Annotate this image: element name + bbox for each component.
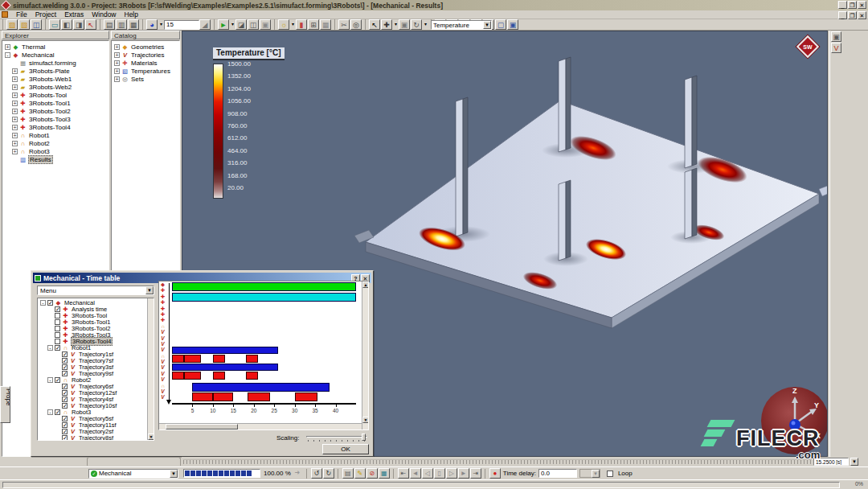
checkbox[interactable]: ✓ <box>62 403 68 409</box>
gantt-bar-robot3-trajectories[interactable] <box>213 392 233 401</box>
skip-start-icon[interactable]: ⇤ <box>398 468 409 479</box>
expand-icon[interactable]: + <box>12 117 18 122</box>
gantt-bar-analysis-time[interactable] <box>172 293 356 302</box>
tree-item-thermal[interactable]: +◆Thermal <box>2 43 108 51</box>
hscroll-thumb[interactable] <box>166 424 238 429</box>
mdi-minimize-button[interactable]: _ <box>838 11 847 19</box>
expand-icon[interactable]: + <box>12 101 18 106</box>
window-layout-icon[interactable]: ◧ <box>61 19 72 30</box>
properties-tab[interactable]: Prope <box>0 386 10 423</box>
checkbox[interactable]: ✓ <box>62 422 68 428</box>
expand-icon[interactable]: + <box>12 149 18 154</box>
menu-window[interactable]: Window <box>88 10 120 18</box>
step-back-icon[interactable]: ◁ <box>422 468 433 479</box>
gantt-bar-robot2-trajectories[interactable] <box>172 372 184 380</box>
checkbox[interactable] <box>55 319 60 325</box>
checkbox[interactable]: ✓ <box>55 377 60 383</box>
collapse-icon[interactable]: - <box>5 52 10 58</box>
gantt-bar-robot2[interactable] <box>172 364 278 371</box>
tree-item-robot2[interactable]: +∩Robot2 <box>2 139 108 147</box>
tree-item-trajectory10sf[interactable]: ✓VTrajectory10sf <box>38 402 154 409</box>
tree-item-3robots-tool3[interactable]: +✚3Robots-Tool3 <box>2 115 108 123</box>
orbit-icon[interactable]: ↻ <box>411 19 422 30</box>
slider-thumb[interactable] <box>362 434 366 441</box>
gantt-bar-robot1-trajectories[interactable] <box>184 355 200 363</box>
chevron-down-icon[interactable]: ▼ <box>170 470 178 478</box>
checkbox[interactable]: ✓ <box>62 397 68 402</box>
reset-ccw-icon[interactable]: ↺ <box>311 468 322 479</box>
expand-icon[interactable]: + <box>114 68 120 74</box>
expand-icon[interactable]: + <box>12 68 18 74</box>
skip-end-icon[interactable]: ⇥ <box>470 468 481 479</box>
close-button[interactable]: ✕ <box>858 1 866 9</box>
step-back-fast-icon[interactable]: ◄ <box>410 468 421 479</box>
tree-item-3robots-web2[interactable]: +▰3Robots-Web2 <box>2 83 108 91</box>
mdi-restore-button[interactable]: ❐ <box>848 11 857 19</box>
collapse-icon[interactable]: - <box>47 409 53 415</box>
play-results-icon[interactable]: ► <box>218 19 229 30</box>
reset-cw-icon[interactable]: ↻ <box>323 468 334 479</box>
menu-file[interactable]: File <box>12 10 31 18</box>
tree-item-3robots-tool1[interactable]: +✚3Robots-Tool1 <box>2 99 108 107</box>
edit-result-icon[interactable]: ✎ <box>354 468 366 479</box>
tree-item-robot1[interactable]: +∩Robot1 <box>2 131 108 139</box>
frame-input[interactable] <box>164 20 199 30</box>
layers-1-icon[interactable]: ◪ <box>235 19 247 30</box>
gantt-pane[interactable]: ◆✚✚✚✚✚✚∩VVVV∩VVVV∩VV ▲ ▼ 510152025303540 <box>158 281 369 430</box>
tree-item-simufact-forming[interactable]: ▦simufact.forming <box>2 59 108 67</box>
restore-button[interactable]: ❐ <box>848 1 857 9</box>
gantt-bar-robot2-trajectories[interactable] <box>213 372 225 380</box>
tree-item-3robots-tool4[interactable]: +✚3Robots-Tool4 <box>2 123 108 131</box>
tree-item-trajectories[interactable]: +VTrajectories <box>112 51 179 59</box>
tree-item-sets[interactable]: +◎Sets <box>112 75 179 83</box>
print-icon[interactable]: ▤ <box>104 19 115 30</box>
copy-view-icon[interactable]: ▥ <box>116 19 127 30</box>
result-type-select[interactable]: Temperature ▼ <box>431 20 492 30</box>
time-delay-input[interactable] <box>538 469 577 478</box>
tree-item-geometries[interactable]: +◆Geometries <box>112 43 179 51</box>
light-drop-icon[interactable]: ▾ <box>290 19 296 30</box>
tree-item-3robots-tool[interactable]: +✚3Robots-Tool <box>2 91 108 99</box>
gantt-bar-robot2-trajectories[interactable] <box>184 372 200 380</box>
checkbox[interactable]: ✓ <box>55 306 60 312</box>
new-project-icon[interactable]: ▨ <box>6 19 18 30</box>
checkbox[interactable] <box>55 332 60 338</box>
catalog-header[interactable]: Catalog <box>111 31 180 39</box>
table-view-icon[interactable]: ⊞ <box>308 19 319 30</box>
time-step-icon[interactable]: ◕ <box>146 19 158 30</box>
checkbox[interactable]: ✓ <box>62 416 68 421</box>
cut-icon[interactable]: ✂ <box>338 19 350 30</box>
expand-icon[interactable]: + <box>5 44 10 50</box>
checkbox[interactable] <box>55 313 60 318</box>
process-mode-select[interactable]: ✓ Mechanical ▼ <box>88 469 178 479</box>
tree-item-mechanical[interactable]: -◆Mechanical <box>2 51 108 59</box>
apply-arrow-icon[interactable]: ➜ <box>292 468 303 479</box>
pan-drop-icon[interactable]: ▾ <box>393 19 399 30</box>
expand-icon[interactable]: + <box>114 52 120 58</box>
checkbox[interactable]: ✓ <box>55 409 60 415</box>
zoom-icon[interactable]: ◎ <box>350 19 362 30</box>
time-drop-icon[interactable]: ▼ <box>850 458 858 466</box>
view-iso-icon[interactable]: ▢ <box>495 19 506 30</box>
tree-item-materials[interactable]: +✚Materials <box>112 59 179 67</box>
tree-item-robot3[interactable]: +∩Robot3 <box>2 147 108 155</box>
checkbox[interactable]: ✓ <box>47 300 53 306</box>
menu-extras[interactable]: Extras <box>60 10 88 18</box>
layers-2-icon[interactable]: ◫ <box>248 19 259 30</box>
checkbox[interactable]: ✓ <box>62 371 68 376</box>
menu-help[interactable]: Help <box>121 10 142 18</box>
orientation-compass[interactable]: Z Y X <box>761 387 828 454</box>
split-view-icon[interactable]: ◨ <box>73 19 84 30</box>
gantt-bar-mechanical[interactable] <box>172 282 356 291</box>
collapse-icon[interactable]: - <box>47 377 53 383</box>
pan-move-icon[interactable]: ✚ <box>381 19 392 30</box>
chevron-down-icon[interactable]: ▼ <box>145 286 154 294</box>
pause-icon[interactable]: ▯ <box>434 468 445 479</box>
title-bar[interactable]: simufact.welding 3.0.0 - Project: 3Robot… <box>0 0 868 10</box>
view-persp-icon[interactable]: ▣ <box>507 19 518 30</box>
gantt-vscrollbar[interactable]: ▲ ▼ <box>362 281 368 429</box>
trajectory-tool-icon[interactable]: V <box>831 43 841 53</box>
stop-result-icon[interactable]: ⊘ <box>366 468 378 479</box>
gantt-bar-robot1[interactable] <box>172 347 278 354</box>
gantt-hscrollbar[interactable] <box>159 423 362 429</box>
